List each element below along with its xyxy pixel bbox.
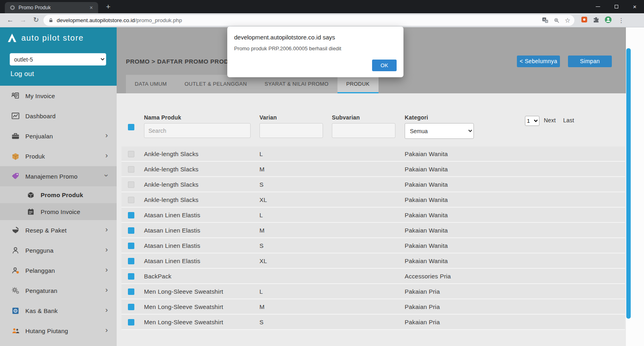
sidebar-item-pelanggan[interactable]: Pelanggan › [0,260,117,280]
sidebar-item-pengaturan[interactable]: Pengaturan › [0,280,117,301]
varian-filter-input[interactable] [259,123,323,138]
cell-varian: M [259,223,265,238]
browser-menu-button[interactable]: ⋮ [617,15,626,25]
zoom-icon[interactable] [553,17,560,24]
row-checkbox[interactable] [128,288,134,295]
cell-varian: S [259,177,263,192]
sidebar-item-manajemen-promo[interactable]: Manajemen Promo › [0,166,117,186]
sidebar-item-my-invoice[interactable]: My Invoice [0,86,117,106]
search-nama-produk-input[interactable] [144,123,251,138]
pagination-last[interactable]: Last [563,117,574,124]
sidebar-item-dashboard[interactable]: Dashboard [0,106,117,126]
save-button[interactable]: Simpan [568,56,612,67]
table-row[interactable]: Ankle-length Slacks XL Pakaian Wanita [121,192,625,208]
ok-button[interactable]: OK [372,60,397,71]
table-row[interactable]: Men Long-Sleeve Sweatshirt M Pakaian Pri… [121,299,625,315]
row-checkbox[interactable] [128,243,134,249]
forward-button[interactable]: → [18,15,29,26]
subvarian-filter-input[interactable] [332,123,395,138]
cell-kategori: Accessories Pria [405,269,451,284]
table-row[interactable]: Men Long-Sleeve Sweatshirt S Pakaian Pri… [121,315,625,330]
tab-produk[interactable]: PRODUK [337,75,379,93]
table-row[interactable]: Ankle-length Slacks S Pakaian Wanita [121,177,625,192]
extensions-puzzle-icon[interactable] [593,16,600,25]
cell-kategori: Pakaian Wanita [405,253,448,269]
outlet-select[interactable]: outlet-5 [10,53,106,66]
table-row[interactable]: Atasan Linen Elastis L Pakaian Wanita [121,208,625,223]
translate-icon[interactable]: Aa [542,17,549,24]
cell-kategori: Pakaian Wanita [405,238,448,253]
tab-data-umum[interactable]: DATA UMUM [126,75,176,93]
table-row[interactable]: Ankle-length Slacks L Pakaian Wanita [121,146,625,162]
extension-icon[interactable] [580,16,588,25]
row-checkbox[interactable] [128,181,134,188]
cell-kategori: Pakaian Wanita [405,192,448,208]
back-button[interactable]: ← [5,15,16,26]
row-checkbox[interactable] [128,212,134,218]
sidebar-menu: My Invoice Dashboard Penjualan › Produk … [0,86,117,341]
penjualan-icon [10,131,20,141]
sidebar-item-kas-bank[interactable]: Kas & Bank › [0,301,117,321]
row-checkbox[interactable] [128,227,134,234]
sidebar-item-promo-invoice[interactable]: Promo Invoice [0,203,117,220]
sidebar-header: auto pilot store outlet-5 Log out [0,27,117,86]
sidebar-item-resep-paket[interactable]: Resep & Paket › [0,220,117,240]
table-row[interactable]: Atasan Linen Elastis S Pakaian Wanita [121,238,625,253]
row-checkbox[interactable] [128,197,134,203]
row-checkbox[interactable] [128,151,134,157]
promo-invoice-icon [26,207,35,216]
cell-varian: S [259,238,263,253]
row-checkbox[interactable] [128,319,134,325]
page-select[interactable]: 1 [525,116,539,126]
select-all-checkbox[interactable] [128,124,134,130]
refresh-button[interactable]: ↻ [31,15,41,26]
address-bar[interactable]: development.autopilotstore.co.id/promo_p… [43,15,574,26]
cell-nama-produk: Atasan Linen Elastis [144,208,200,223]
cell-nama-produk: Men Long-Sleeve Sweatshirt [144,315,223,330]
pagination-next[interactable]: Next [544,117,556,124]
browser-toolbar: ← → ↻ development.autopilotstore.co.id/p… [0,13,644,27]
cell-varian: M [259,162,265,177]
column-header-subvarian: Subvarian [332,114,360,121]
alert-dialog-message: Promo produk PRP.2006.00005 berhasil die… [234,45,341,51]
sidebar: auto pilot store outlet-5 Log out My Inv… [0,27,117,346]
table-row[interactable]: Atasan Linen Elastis XL Pakaian Wanita [121,253,625,269]
kategori-select[interactable]: Semua [405,123,474,139]
table-row[interactable]: Ankle-length Slacks M Pakaian Wanita [121,162,625,177]
scrollbar-thumb[interactable] [626,48,631,319]
window-maximize-button[interactable] [607,0,625,13]
sidebar-item-penjualan[interactable]: Penjualan › [0,126,117,146]
tab-close-icon[interactable]: × [88,4,94,11]
cell-kategori: Pakaian Wanita [405,208,448,223]
window-minimize-button[interactable] [588,0,607,13]
row-checkbox[interactable] [128,258,134,264]
sidebar-item-produk[interactable]: Produk › [0,146,117,166]
produk-icon [10,151,20,161]
table-row[interactable]: BackPack Accessories Pria [121,269,625,284]
table-row[interactable]: Atasan Linen Elastis M Pakaian Wanita [121,223,625,238]
new-tab-button[interactable]: + [103,2,113,12]
browser-tab[interactable]: Promo Produk × [5,2,98,13]
cell-nama-produk: Ankle-length Slacks [144,192,199,208]
form-tabs: DATA UMUM OUTLET & PELANGGAN SYARAT & NI… [126,75,368,93]
sidebar-item-hutang-piutang[interactable]: Hutang Piutang › [0,321,117,341]
tab-outlet-pelanggan[interactable]: OUTLET & PELANGGAN [176,75,256,93]
chevron-down-icon: › [102,174,111,177]
previous-button[interactable]: < Sebelumnya [517,56,560,67]
sidebar-item-pengguna[interactable]: Pengguna › [0,240,117,260]
window-close-button[interactable]: × [625,0,644,13]
profile-avatar[interactable] [604,16,612,25]
tab-syarat-nilai-promo[interactable]: SYARAT & NILAI PROMO [256,75,337,93]
row-checkbox[interactable] [128,166,134,173]
cell-nama-produk: BackPack [144,269,171,284]
logout-button[interactable]: Log out [10,70,34,78]
bookmark-star-icon[interactable]: ☆ [565,16,570,24]
lock-icon [48,18,53,23]
sidebar-item-promo-produk[interactable]: Promo Produk [0,186,117,203]
cell-nama-produk: Ankle-length Slacks [144,177,199,192]
minimize-icon [596,6,600,7]
table-row[interactable]: Men Long-Sleeve Sweatshirt L Pakaian Pri… [121,284,625,299]
row-checkbox[interactable] [128,273,134,280]
cell-varian: L [259,146,263,162]
row-checkbox[interactable] [128,304,134,310]
